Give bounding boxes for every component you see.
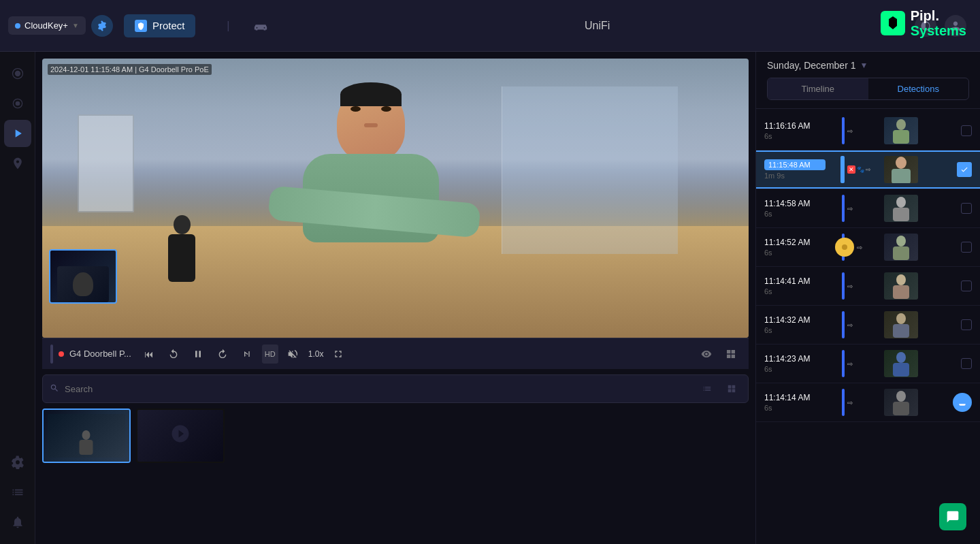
fullscreen-button[interactable] bbox=[329, 345, 348, 364]
sidebar-item-home[interactable] bbox=[4, 60, 31, 87]
detection-thumb-2 bbox=[884, 195, 918, 222]
protect-label: Protect bbox=[152, 20, 185, 31]
video-thumbnail-overlay[interactable] bbox=[49, 249, 117, 304]
detection-bar-col-0: ⇨ bbox=[831, 117, 879, 144]
detection-checkbox-4[interactable] bbox=[961, 281, 972, 291]
pause-button[interactable] bbox=[189, 345, 208, 364]
detection-icons-0: ⇨ bbox=[847, 127, 853, 135]
detection-checkbox-3[interactable] bbox=[961, 242, 972, 253]
mute-button[interactable] bbox=[284, 345, 303, 364]
detection-time-5: 11:14:32 AM 6s bbox=[764, 315, 826, 334]
detection-thumb-7 bbox=[884, 389, 918, 416]
detection-checkbox-6[interactable] bbox=[961, 358, 972, 369]
speed-label: 1.0x bbox=[308, 349, 324, 359]
right-panel: Sunday, December 1 ▼ Timeline Detections… bbox=[755, 52, 980, 544]
sidebar-item-alerts[interactable] bbox=[4, 509, 31, 536]
sidebar-item-list[interactable] bbox=[4, 479, 31, 506]
vehicle-icon[interactable] bbox=[250, 15, 272, 37]
camera-grid-section bbox=[42, 374, 749, 537]
sidebar-item-settings[interactable] bbox=[4, 449, 31, 476]
detection-thumb-5 bbox=[884, 311, 918, 338]
detection-item-0[interactable]: 11:16:16 AM 6s ⇨ bbox=[756, 112, 980, 150]
selected-date: Sunday, December 1 bbox=[767, 60, 855, 71]
detection-item-6[interactable]: 11:14:23 AM 6s ⇨ bbox=[756, 345, 980, 383]
eye-icon[interactable] bbox=[697, 345, 716, 364]
recording-indicator bbox=[59, 351, 64, 357]
detection-item-7[interactable]: 11:14:14 AM 6s ⇨ bbox=[756, 383, 980, 422]
tab-detections[interactable]: Detections bbox=[868, 78, 969, 99]
detection-checkbox-5[interactable] bbox=[961, 319, 972, 330]
grid-view-icon[interactable] bbox=[721, 345, 740, 364]
tab-timeline[interactable]: Timeline bbox=[768, 78, 868, 99]
protect-icon bbox=[135, 20, 147, 32]
video-section: 2024-12-01 11:15:48 AM | G4 Doorbell Pro… bbox=[35, 52, 755, 544]
video-timestamp: 2024-12-01 11:15:48 AM | G4 Doorbell Pro… bbox=[48, 64, 212, 75]
skip-forward-button[interactable] bbox=[213, 345, 232, 364]
grid-view-button[interactable] bbox=[722, 379, 741, 398]
detection-checkbox-0[interactable] bbox=[961, 125, 972, 136]
detection-icons-6: ⇨ bbox=[847, 360, 853, 368]
detection-bar-col-4: ⇨ bbox=[831, 272, 879, 300]
detection-bar-col-2: ⇨ bbox=[831, 195, 879, 222]
detection-thumb-6 bbox=[884, 350, 918, 377]
list-view-button[interactable] bbox=[698, 379, 717, 398]
header-icons: | bbox=[217, 15, 272, 37]
detection-thumb-4 bbox=[884, 272, 918, 300]
timeline-scrubber[interactable] bbox=[50, 345, 53, 364]
detection-checkbox-2[interactable] bbox=[961, 203, 972, 214]
video-player[interactable]: 2024-12-01 11:15:48 AM | G4 Doorbell Pro… bbox=[42, 59, 749, 338]
sidebar-item-cameras[interactable] bbox=[4, 90, 31, 117]
panel-tabs: Timeline Detections bbox=[767, 78, 969, 100]
detection-bar-col-3: ⇨ bbox=[831, 234, 879, 261]
header-left: CloudKey+ ▼ Protect | bbox=[0, 14, 280, 37]
sidebar-item-detections[interactable] bbox=[4, 150, 31, 177]
search-bar-container bbox=[42, 374, 749, 403]
brand-icon bbox=[881, 11, 905, 35]
detection-thumb-1 bbox=[884, 156, 918, 183]
sidebar bbox=[0, 52, 35, 544]
detection-item-2[interactable]: 11:14:58 AM 6s ⇨ bbox=[756, 189, 980, 228]
detection-item-3[interactable]: 11:14:52 AM 6s ⇨ bbox=[756, 228, 980, 267]
camera-thumb-2[interactable] bbox=[136, 409, 225, 463]
camera-thumb-1[interactable] bbox=[42, 409, 131, 463]
detection-time-3: 11:14:52 AM 6s bbox=[764, 238, 826, 257]
search-controls bbox=[698, 379, 741, 398]
rewind-button[interactable] bbox=[164, 345, 183, 364]
detection-thumb-0 bbox=[884, 117, 918, 144]
detection-thumb-3 bbox=[884, 234, 918, 261]
settings-icon[interactable] bbox=[91, 15, 113, 37]
timeline-cursor-marker[interactable] bbox=[835, 238, 854, 257]
detection-time-1: 11:15:48 AM 1m 9s bbox=[764, 159, 826, 180]
camera-search-input[interactable] bbox=[65, 384, 692, 394]
detection-item-5[interactable]: 11:14:32 AM 6s ⇨ bbox=[756, 306, 980, 345]
detection-icons-7: ⇨ bbox=[847, 399, 853, 406]
detection-time-6: 11:14:23 AM 6s bbox=[764, 354, 826, 373]
detection-bar-col-5: ⇨ bbox=[831, 311, 879, 338]
cloudkey-selector[interactable]: CloudKey+ ▼ bbox=[8, 16, 86, 35]
detection-bar-col-7: ⇨ bbox=[831, 389, 879, 416]
detection-icons-2: ⇨ bbox=[847, 205, 853, 212]
next-frame-button[interactable] bbox=[238, 345, 257, 364]
detection-icons-5: ⇨ bbox=[847, 321, 853, 329]
divider-icon: | bbox=[217, 15, 239, 37]
detection-icons-3: ⇨ bbox=[857, 244, 862, 251]
date-selector[interactable]: Sunday, December 1 ▼ bbox=[767, 60, 969, 71]
header-title: UniFi bbox=[280, 20, 915, 32]
cloudkey-dropdown-icon: ▼ bbox=[72, 22, 79, 29]
brand-subtitle: Systems bbox=[911, 23, 966, 38]
skip-to-start-button[interactable]: ⏮ bbox=[140, 345, 159, 364]
sidebar-item-live[interactable] bbox=[4, 120, 31, 147]
detection-list: 11:16:16 AM 6s ⇨ bbox=[756, 109, 980, 544]
cloudkey-label: CloudKey+ bbox=[24, 20, 68, 31]
detection-item-4[interactable]: 11:14:41 AM 6s ⇨ bbox=[756, 267, 980, 306]
quality-button[interactable]: HD bbox=[262, 345, 278, 364]
protect-nav-item[interactable]: Protect bbox=[124, 14, 196, 37]
date-dropdown-icon: ▼ bbox=[860, 61, 868, 70]
upload-marker-7[interactable] bbox=[953, 393, 972, 412]
search-icon bbox=[50, 383, 59, 395]
detection-selected-indicator-1[interactable] bbox=[957, 162, 972, 177]
detection-bar-col-6: ⇨ bbox=[831, 350, 879, 377]
chat-button[interactable] bbox=[939, 503, 966, 530]
detection-icons-4: ⇨ bbox=[847, 283, 853, 290]
detection-item-1[interactable]: 11:15:48 AM 1m 9s ✕ 🐾 ⇨ bbox=[756, 150, 980, 189]
